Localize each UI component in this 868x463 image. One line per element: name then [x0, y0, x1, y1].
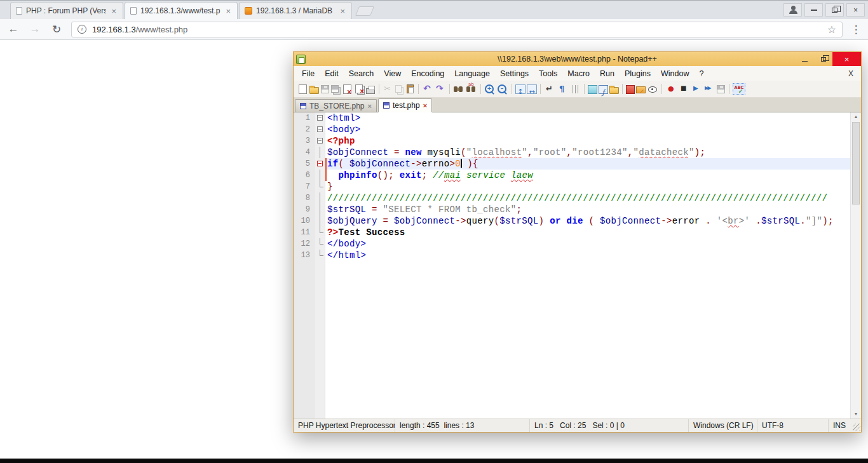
fold-collapse-icon[interactable]	[317, 138, 323, 144]
file-tab-tb-store-php[interactable]: TB_STORE.php×	[295, 99, 377, 112]
code-line[interactable]: <body>	[325, 124, 850, 135]
scrollbar-thumb[interactable]	[852, 122, 860, 205]
save-file-icon[interactable]	[321, 85, 329, 93]
notepad-window: \\192.168.1.3\web\www\test.php - Notepad…	[293, 51, 862, 433]
redo-icon[interactable]	[435, 84, 446, 95]
editor[interactable]: 12345678910111213 <html><body><?php$objC…	[294, 112, 861, 419]
code-line[interactable]: }	[325, 181, 850, 192]
code-line[interactable]: ////////////////////////////////////////…	[325, 192, 850, 204]
folder-as-workspace-icon[interactable]	[609, 87, 619, 94]
notepad-minimize-button[interactable]	[796, 52, 814, 66]
zoom-in-icon[interactable]	[484, 84, 496, 95]
fold-collapse-icon[interactable]	[317, 126, 323, 132]
function-list-icon[interactable]	[599, 85, 608, 94]
find-icon[interactable]	[453, 84, 465, 95]
paste-icon[interactable]	[407, 84, 414, 93]
menu-window[interactable]: Window	[656, 69, 694, 78]
scroll-up-icon[interactable]: ▲	[851, 112, 861, 121]
vertical-scrollbar[interactable]: ▲ ▼	[850, 112, 861, 419]
export-plugin-icon[interactable]	[626, 85, 635, 94]
tab-close-icon[interactable]: ×	[339, 7, 346, 15]
address-bar[interactable]: i 192.168.1.3/www/test.php ☆	[71, 22, 843, 37]
minimize-button[interactable]	[804, 3, 823, 17]
zoom-out-icon[interactable]	[497, 84, 508, 95]
fold-collapse-icon[interactable]	[317, 115, 323, 121]
menu-view[interactable]: View	[379, 69, 406, 78]
cut-icon[interactable]	[383, 84, 394, 95]
reload-button[interactable]: ↻	[50, 23, 64, 36]
spell-check-icon[interactable]	[733, 83, 745, 95]
replace-icon[interactable]	[466, 84, 477, 95]
menu-settings[interactable]: Settings	[495, 69, 534, 78]
browser-menu-icon[interactable]: ⋮	[850, 23, 862, 36]
macro-record-icon[interactable]	[665, 84, 677, 95]
mail-plugin-icon[interactable]	[636, 86, 646, 93]
menu-file[interactable]: File	[297, 69, 320, 78]
menu-macro[interactable]: Macro	[562, 69, 595, 78]
code-line[interactable]: ?>Test Success	[325, 227, 850, 238]
code-line[interactable]: if( $objConnect->errno>0 ){	[325, 158, 850, 170]
menu-search[interactable]: Search	[344, 69, 379, 78]
resize-grip[interactable]	[853, 424, 860, 431]
browser-tab[interactable]: 192.168.1.3/www/test.ph×	[125, 2, 238, 19]
menu-plugins[interactable]: Plugins	[620, 69, 656, 78]
menu-encoding[interactable]: Encoding	[406, 69, 449, 78]
code-area[interactable]: <html><body><?php$objConnect = new mysql…	[325, 112, 850, 419]
file-tab-test-php[interactable]: test.php×	[378, 98, 432, 112]
bookmark-star-icon[interactable]: ☆	[827, 23, 836, 36]
indent-guide-icon[interactable]	[569, 84, 581, 95]
menu-language[interactable]: Language	[449, 69, 495, 78]
tab-close-icon[interactable]: ×	[110, 7, 118, 15]
show-all-characters-icon[interactable]	[557, 84, 568, 95]
new-tab-button[interactable]	[355, 6, 374, 16]
file-tab-close-icon[interactable]: ×	[423, 102, 427, 109]
monitoring-icon[interactable]	[647, 84, 658, 95]
notepad-close-button[interactable]: ×	[832, 52, 861, 66]
browser-tab[interactable]: 192.168.1.3 / MariaDB 10×	[239, 2, 352, 19]
code-line[interactable]: </html>	[325, 250, 850, 261]
menu-edit[interactable]: Edit	[320, 69, 344, 78]
close-button[interactable]: ×	[846, 3, 865, 17]
scroll-down-icon[interactable]: ▼	[851, 410, 861, 419]
copy-icon[interactable]	[395, 85, 402, 93]
menu-help[interactable]: ?	[694, 69, 709, 78]
print-icon[interactable]	[366, 88, 375, 94]
code-line[interactable]: <html>	[325, 112, 850, 124]
macro-run-multiple-icon[interactable]	[703, 84, 715, 95]
fold-collapse-icon[interactable]	[317, 161, 323, 166]
toolbar-separator	[540, 84, 541, 94]
code-line[interactable]: $objQuery = $objConnect->query($strSQL) …	[325, 215, 850, 227]
new-file-icon[interactable]	[299, 84, 307, 94]
page-info-icon[interactable]: i	[78, 25, 86, 34]
code-line[interactable]: </body>	[325, 238, 850, 250]
open-file-icon[interactable]	[309, 87, 319, 94]
file-tab-close-icon[interactable]: ×	[367, 102, 371, 110]
word-wrap-icon[interactable]	[544, 84, 555, 95]
notepad-restore-button[interactable]	[814, 52, 832, 66]
code-line[interactable]: phpinfo(); exit; //mai service laew	[325, 170, 850, 181]
undo-icon[interactable]	[422, 84, 433, 95]
menubar-close-button[interactable]: X	[841, 69, 861, 78]
macro-stop-icon[interactable]	[678, 84, 689, 95]
restore-button[interactable]	[825, 3, 844, 17]
code-line[interactable]: $objConnect = new mysqli("localhost","ro…	[325, 147, 850, 158]
browser-tab[interactable]: PHP : Forum PHP (Versio×	[10, 2, 123, 19]
code-token: =	[377, 216, 394, 226]
document-map-icon[interactable]	[588, 85, 597, 94]
sync-vertical-scrolling-icon[interactable]	[515, 84, 526, 94]
macro-playback-icon[interactable]	[691, 84, 702, 95]
fold-cell	[315, 204, 325, 215]
close-all-icon[interactable]	[355, 84, 363, 93]
back-button[interactable]: ←	[6, 23, 20, 36]
sync-horizontal-scrolling-icon[interactable]	[527, 84, 537, 94]
profile-icon[interactable]	[783, 3, 802, 17]
save-all-icon[interactable]	[331, 85, 339, 93]
forward-button[interactable]: →	[28, 23, 42, 36]
macro-save-icon[interactable]	[717, 85, 725, 93]
code-line[interactable]: <?php	[325, 135, 850, 147]
code-line[interactable]: $strSQL = "SELECT * FROM tb_check";	[325, 204, 850, 215]
tab-close-icon[interactable]: ×	[224, 7, 232, 15]
menu-tools[interactable]: Tools	[534, 69, 562, 78]
close-file-icon[interactable]	[343, 84, 351, 94]
menu-run[interactable]: Run	[595, 69, 620, 78]
